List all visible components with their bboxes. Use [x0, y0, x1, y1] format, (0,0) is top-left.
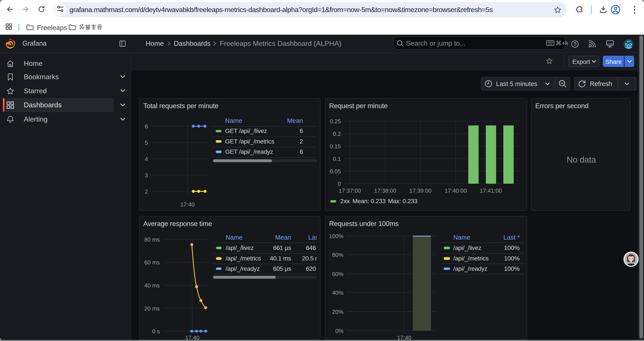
svg-text:17:40: 17:40: [180, 201, 194, 208]
svg-text:0.1: 0.1: [333, 156, 341, 162]
svg-text:0 s: 0 s: [152, 328, 160, 335]
svg-text:3: 3: [145, 172, 148, 179]
svg-text:6: 6: [145, 123, 148, 130]
svg-text:0.05: 0.05: [330, 168, 341, 175]
svg-text:17:41:00: 17:41:00: [480, 187, 502, 194]
svg-text:0.15: 0.15: [330, 143, 341, 150]
svg-text:0%: 0%: [335, 327, 344, 334]
svg-text:60%: 60%: [332, 271, 344, 277]
svg-text:80 ms: 80 ms: [144, 236, 160, 243]
svg-text:17:39:00: 17:39:00: [409, 187, 432, 194]
svg-text:40%: 40%: [332, 289, 344, 296]
svg-text:17:40:00: 17:40:00: [444, 187, 467, 194]
svg-text:0.25: 0.25: [330, 118, 341, 125]
svg-text:100%: 100%: [329, 233, 343, 239]
svg-text:80%: 80%: [332, 252, 344, 258]
svg-text:40 ms: 40 ms: [144, 282, 160, 289]
svg-text:17:37:00: 17:37:00: [339, 187, 361, 194]
svg-text:5: 5: [145, 139, 148, 146]
svg-text:0.2: 0.2: [333, 131, 341, 137]
svg-text:20 ms: 20 ms: [144, 305, 160, 312]
svg-text:0: 0: [338, 181, 341, 187]
svg-text:4: 4: [145, 156, 148, 162]
svg-text:60 ms: 60 ms: [144, 259, 160, 266]
svg-text:20%: 20%: [332, 308, 344, 315]
svg-text:17:40: 17:40: [185, 334, 199, 340]
svg-text:17:40: 17:40: [397, 334, 411, 340]
svg-text:17:38:00: 17:38:00: [374, 187, 396, 194]
svg-text:2: 2: [145, 188, 148, 195]
